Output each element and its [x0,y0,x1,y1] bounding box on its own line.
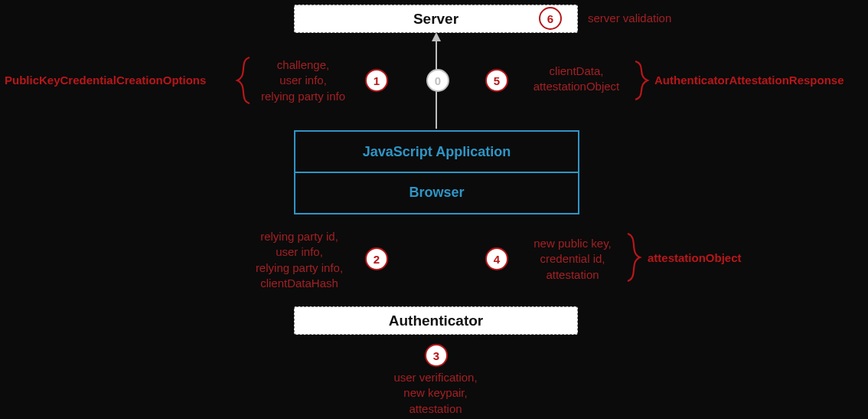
browser-box: Browser [295,173,578,211]
step4-num: 4 [494,254,500,265]
browser-stack: JavaScript Application Browser [294,130,579,214]
step5-object: AuthenticatorAttestationResponse [654,74,844,87]
step5-badge: 5 [485,69,508,92]
step4-badge: 4 [485,247,508,270]
step2-num: 2 [374,254,380,265]
step0-num: 0 [435,75,441,87]
step2-badge: 2 [365,247,388,270]
js-app-box: JavaScript Application [295,132,578,172]
step1-object: PublicKeyCredentialCreationOptions [5,74,206,87]
js-app-label: JavaScript Application [363,144,511,160]
diagram-stage: Server 6 server validation 0 PublicKeyCr… [0,0,868,419]
step3-text: user verification, new keypair, attestat… [363,370,508,417]
step3-badge: 3 [425,344,448,367]
step1-badge: 1 [365,69,388,92]
step5-text: clientData, attestationObject [519,64,634,95]
step6-badge: 6 [539,7,562,30]
authenticator-label: Authenticator [389,313,484,329]
step1-text: challenge, user info, relying party info [250,57,357,104]
step0-badge: 0 [426,69,449,92]
brace-left-1 [236,57,251,103]
brace-right-5 [634,61,649,100]
authenticator-box: Authenticator [294,306,578,335]
step6-num: 6 [547,13,553,25]
brace-right-4 [626,234,641,281]
server-label: Server [413,11,458,28]
svg-marker-1 [432,32,441,41]
server-box: Server [294,5,578,33]
step4-text: new public key, credential id, attestati… [519,236,626,283]
step5-num: 5 [494,75,500,87]
step6-text: server validation [588,11,671,26]
step1-num: 1 [374,75,380,87]
browser-label: Browser [409,185,464,201]
step2-text: relying party id, user info, relying par… [242,229,357,291]
step4-object: attestationObject [648,251,742,264]
step3-num: 3 [433,350,439,362]
